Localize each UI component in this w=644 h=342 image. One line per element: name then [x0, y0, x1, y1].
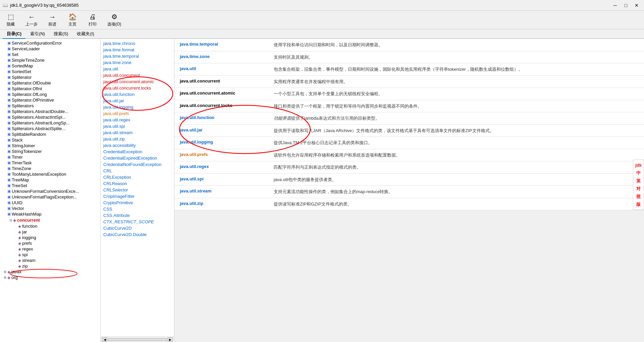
package-list-item[interactable]: java.util.logging: [102, 104, 173, 110]
package-link[interactable]: java.util.regex: [180, 164, 209, 169]
print-button[interactable]: 🖨 打印: [86, 12, 99, 28]
tree-item[interactable]: ▣ StringJoiner: [1, 143, 99, 149]
package-list-item[interactable]: CTX_RESTRICT_SCOPE: [102, 219, 173, 225]
package-list-item[interactable]: CRLException: [102, 174, 173, 180]
options-button[interactable]: ⚙ 选项(O): [106, 12, 122, 28]
package-list-item[interactable]: java.time.chrono: [102, 40, 173, 47]
tree-item[interactable]: ▣ TimerTask: [1, 160, 99, 166]
package-link[interactable]: java.time.temporal: [180, 42, 218, 47]
tree-item[interactable]: ▣ Spliterators.AbstractDouble...: [1, 109, 99, 114]
tree-item[interactable]: ▣ Spliterators: [1, 103, 99, 109]
tree-item[interactable]: ▣ TimeZone: [1, 166, 99, 171]
jdk-label-badge[interactable]: jdk 中 英 对 照 版: [633, 160, 644, 210]
tree-item[interactable]: ▣ Spliterators.AbstractIntSpl...: [1, 114, 99, 120]
package-list-item[interactable]: java.util.concurrent.locks: [102, 85, 173, 91]
package-list-item[interactable]: java.time.zone: [102, 59, 173, 66]
package-link[interactable]: java.util.concurrent.atomic: [180, 91, 235, 96]
tree-item[interactable]: ▣ StringTokenizer: [1, 149, 99, 154]
package-list-item[interactable]: java.util.prefs: [102, 110, 173, 117]
package-link[interactable]: java.util.zip: [180, 201, 203, 206]
package-list-item[interactable]: CubicCurve2D: [102, 225, 173, 231]
tree-item[interactable]: ▣ Timer: [1, 154, 99, 160]
tree-item[interactable]: ◈ regex: [1, 246, 99, 252]
package-link[interactable]: java.util.prefs: [180, 152, 208, 157]
close-button[interactable]: ✕: [632, 2, 641, 9]
tree-item[interactable]: ⊞ ◈ org: [1, 275, 99, 280]
package-link[interactable]: java.util.concurrent.locks: [180, 103, 232, 108]
tree-item[interactable]: ⊟ ◈ concurrent: [1, 217, 99, 223]
tree-item[interactable]: ▣ SplittableRandom: [1, 131, 99, 137]
package-list-item[interactable]: java.util.stream: [102, 129, 173, 136]
tree-item[interactable]: ▣ SortedMap: [1, 63, 99, 69]
package-list-item[interactable]: java.util.spi: [102, 123, 173, 129]
scroll-left-btn[interactable]: ◀: [102, 337, 107, 342]
package-link[interactable]: java.util.spi: [180, 176, 204, 181]
package-list-item[interactable]: CRL: [102, 168, 173, 174]
package-list-item[interactable]: java.util.function: [102, 91, 173, 98]
tree-item[interactable]: ▣ UnknownFormatFlagsException...: [1, 194, 99, 200]
package-list-item[interactable]: java.util.concurrent: [102, 72, 173, 78]
package-list-item[interactable]: java.util: [102, 66, 173, 72]
right-panel[interactable]: java.time.temporal使用字段和单位访问日期和时间，以及日期时间调…: [174, 39, 644, 210]
minimize-button[interactable]: ─: [610, 2, 620, 9]
tree-container[interactable]: ▣ ServiceConfigurationError ▣ ServiceLoa…: [0, 39, 100, 342]
tree-item[interactable]: ▣ TreeMap: [1, 177, 99, 183]
tree-item[interactable]: ▣ Spliterators.AbstractLongSp...: [1, 120, 99, 126]
hide-button[interactable]: ⬚ 隐藏: [4, 12, 17, 28]
tree-item[interactable]: ▣ Spliterators.AbstractSplite...: [1, 126, 99, 131]
back-button[interactable]: ← 上一步: [24, 12, 39, 28]
package-list-item[interactable]: java.time.format: [102, 47, 173, 53]
tree-item[interactable]: ◈ function: [1, 223, 99, 229]
scroll-track[interactable]: [108, 338, 167, 341]
tab-index[interactable]: 索引(N): [26, 30, 49, 39]
forward-button[interactable]: → 前进: [46, 12, 59, 28]
tree-item[interactable]: ▣ Stack: [1, 137, 99, 143]
tree-item[interactable]: ◈ logging: [1, 235, 99, 240]
package-list-item[interactable]: CredentialNotFoundException: [102, 161, 173, 168]
package-list-item[interactable]: java.util.concurrent.atomic: [102, 78, 173, 85]
home-button[interactable]: 🏠 主页: [66, 12, 79, 28]
package-list-item[interactable]: CryptoPrimitive: [102, 199, 173, 206]
package-link[interactable]: java.time.zone: [180, 54, 210, 59]
tree-item[interactable]: ◈ spi: [1, 252, 99, 258]
tree-item[interactable]: ▣ Spliterator.OfLong: [1, 92, 99, 97]
package-list-item[interactable]: CredentialException: [102, 149, 173, 155]
tree-item[interactable]: ▣ SortedSet: [1, 69, 99, 74]
package-list-item[interactable]: java.time.temporal: [102, 53, 173, 59]
package-link[interactable]: java.util.stream: [180, 188, 212, 193]
package-link[interactable]: java.util.concurrent: [180, 78, 220, 83]
maximize-button[interactable]: □: [621, 2, 631, 9]
tree-item[interactable]: ▣ Set: [1, 52, 99, 57]
package-link[interactable]: java.util.logging: [180, 139, 213, 145]
package-list-item[interactable]: CSS.Attribute: [102, 212, 173, 219]
tree-item[interactable]: ◈ stream: [1, 258, 99, 263]
package-list-item[interactable]: java.util.zip: [102, 136, 173, 142]
tree-item[interactable]: ▣ Spliterator.OfInt: [1, 86, 99, 92]
package-list-item[interactable]: CRLSelector: [102, 187, 173, 193]
package-list-item[interactable]: CRLReason: [102, 180, 173, 187]
tree-item[interactable]: ▣ Spliterator: [1, 74, 99, 80]
tab-toc[interactable]: 目录(C): [3, 30, 25, 39]
tree-item[interactable]: ◈ prefs: [1, 240, 99, 246]
tab-search[interactable]: 搜索(S): [50, 30, 72, 39]
package-list-item[interactable]: CubicCurve2D.Double: [102, 231, 173, 238]
scroll-right-btn[interactable]: ▶: [167, 337, 173, 342]
tree-item[interactable]: ▣ ServiceLoader: [1, 46, 99, 52]
package-link[interactable]: java.util.jar: [180, 127, 203, 132]
package-link[interactable]: java.util: [180, 66, 196, 71]
tree-item[interactable]: ▣ Spliterator.OfPrimitive: [1, 97, 99, 103]
tab-favorites[interactable]: 收藏夹(I): [73, 30, 98, 39]
package-list-item[interactable]: java.util.jar: [102, 98, 173, 104]
package-list-item[interactable]: CredentialExpiredException: [102, 155, 173, 161]
package-list-item[interactable]: java.util.regex: [102, 117, 173, 123]
tree-item[interactable]: ◈ jar: [1, 229, 99, 235]
tree-item[interactable]: ▣ ServiceConfigurationError: [1, 40, 99, 46]
tree-item[interactable]: ▣ SimpleTimeZone: [1, 57, 99, 63]
tree-item[interactable]: ▣ UnknownFormatConversionExce...: [1, 188, 99, 194]
tree-item[interactable]: ▣ TooManyListenersException: [1, 171, 99, 177]
tree-item[interactable]: ▣ WeakHashMap: [1, 211, 99, 217]
tree-item[interactable]: ▣ Spliterator.OfDouble: [1, 80, 99, 86]
package-link[interactable]: java.util.function: [180, 115, 214, 120]
middle-list[interactable]: java.time.chronojava.time.formatjava.tim…: [101, 39, 174, 337]
tree-item[interactable]: ▣ Vector: [1, 206, 99, 211]
